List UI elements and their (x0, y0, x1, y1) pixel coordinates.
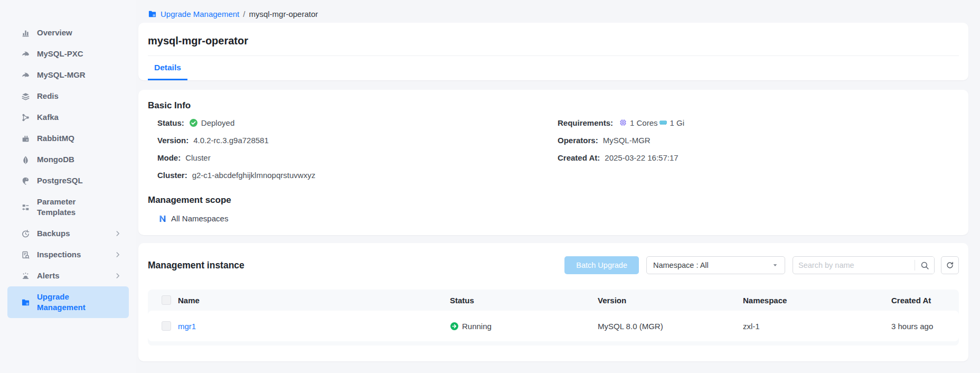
instance-created-at-cell: 3 hours ago (891, 322, 959, 331)
main-content: Upgrade Management / mysql-mgr-operator … (136, 0, 980, 373)
header-checkbox-cell (148, 295, 178, 305)
search-input[interactable] (793, 261, 915, 269)
search-icon[interactable] (915, 257, 934, 274)
sidebar-item-label: Parameter Templates (37, 197, 105, 218)
created-at-value: 2025-03-22 16:57:17 (605, 153, 678, 162)
sidebar-item-label: MongoDB (37, 154, 74, 165)
requirements-label: Requirements: (558, 118, 613, 127)
table-row: mgr1 Running MySQL 8.0 (MGR) zxl-1 3 hou… (148, 311, 959, 341)
breadcrumb-separator: / (243, 10, 245, 18)
requirements-row: Requirements: 1 Cores 1 Gi (558, 117, 959, 128)
column-header-name: Name (178, 296, 450, 305)
title-card: mysql-mgr-operator Details (138, 23, 968, 80)
basic-info-heading: Basic Info (148, 99, 959, 112)
operators-value: MySQL-MGR (603, 136, 651, 145)
mode-value: Cluster (185, 153, 211, 162)
sidebar-item-mysql-mgr[interactable]: MySQL-MGR (7, 64, 129, 86)
sidebar-item-label: Backups (37, 228, 70, 239)
sidebar-item-label: Kafka (37, 112, 59, 123)
instance-status-value: Running (462, 322, 492, 331)
sidebar-item-label: PostgreSQL (37, 175, 83, 186)
basic-info-left-column: Status: Deployed Version: 4.0.2-rc.3.g9a… (157, 117, 558, 186)
version-row: Version: 4.0.2-rc.3.g9a728581 (157, 134, 558, 146)
sidebar-item-redis[interactable]: Redis (7, 86, 129, 107)
mode-row: Mode: Cluster (157, 152, 558, 163)
basic-info-grid: Status: Deployed Version: 4.0.2-rc.3.g9a… (148, 117, 959, 186)
column-header-version: Version (598, 296, 743, 305)
sidebar-item-label: MySQL-MGR (37, 70, 86, 80)
column-header-status: Status (450, 296, 598, 305)
sidebar-item-alerts[interactable]: Alerts (7, 265, 129, 286)
refresh-button[interactable] (941, 256, 959, 274)
layers-icon (21, 92, 30, 101)
rabbitmq-icon (21, 134, 30, 143)
sidebar-item-postgresql[interactable]: PostgreSQL (7, 170, 129, 191)
management-instance-heading: Management instance (148, 259, 564, 272)
toolbar: Batch Upgrade Namespace : All (564, 256, 959, 274)
sidebar-item-backups[interactable]: Backups (7, 223, 129, 244)
sidebar-item-mongodb[interactable]: MongoDB (7, 149, 129, 170)
instance-namespace-cell: zxl-1 (743, 322, 891, 331)
cluster-value: g2-c1-abcdefghijklmnopqrstuvwxyz (192, 171, 315, 180)
dolphin-icon (21, 50, 30, 59)
nodes-icon (21, 113, 30, 122)
sidebar-item-kafka[interactable]: Kafka (7, 107, 129, 128)
cluster-label: Cluster: (157, 171, 187, 180)
table-header-row: Name Status Version Namespace Created At (148, 290, 959, 311)
alarm-icon (21, 272, 30, 281)
namespace-n-icon (158, 215, 167, 223)
running-arrow-icon (450, 322, 459, 331)
cpu-icon (619, 118, 627, 127)
management-instance-card: Management instance Batch Upgrade Namesp… (138, 243, 968, 361)
batch-upgrade-button[interactable]: Batch Upgrade (564, 256, 639, 274)
sidebar-item-label: Inspections (37, 249, 81, 260)
sidebar-item-mysql-pxc[interactable]: MySQL-PXC (7, 43, 129, 64)
tab-details[interactable]: Details (148, 56, 187, 80)
chevron-right-icon (114, 230, 121, 237)
bar-chart-icon (21, 29, 30, 38)
leaf-icon (21, 155, 30, 164)
sidebar-item-rabbitmq[interactable]: RabbitMQ (7, 128, 129, 149)
namespace-scope-label: All Namespaces (171, 214, 228, 223)
sidebar-item-label: MySQL-PXC (37, 49, 83, 59)
chevron-right-icon (114, 251, 121, 258)
memory-icon (659, 118, 667, 127)
restore-icon (21, 229, 30, 238)
basic-info-right-column: Requirements: 1 Cores 1 Gi Operators: My… (558, 117, 959, 186)
sidebar-item-parameter-templates[interactable]: Parameter Templates (7, 191, 129, 223)
breadcrumb-root-link[interactable]: Upgrade Management (161, 10, 239, 18)
operators-label: Operators: (558, 136, 598, 145)
memory-value: 1 Gi (670, 118, 685, 127)
column-header-namespace: Namespace (743, 296, 891, 305)
row-checkbox-cell (148, 321, 178, 331)
status-row: Status: Deployed (157, 117, 558, 128)
sidebar-item-upgrade-management[interactable]: Upgrade Management (7, 286, 129, 318)
sidebar: Overview MySQL-PXC MySQL-MGR Redis Kafka… (0, 0, 136, 373)
operators-row: Operators: MySQL-MGR (558, 134, 959, 146)
cluster-row: Cluster: g2-c1-abcdefghijklmnopqrstuvwxy… (157, 169, 558, 181)
row-checkbox[interactable] (162, 321, 171, 331)
folder-gear-icon (148, 10, 157, 18)
chevron-right-icon (114, 272, 121, 279)
folder-gear-icon (21, 298, 30, 307)
page-title: mysql-mgr-operator (138, 23, 968, 48)
sidebar-item-label: Redis (37, 91, 59, 101)
status-value: Deployed (201, 118, 234, 127)
elephant-icon (21, 176, 30, 185)
sidebar-item-overview[interactable]: Overview (7, 22, 129, 43)
select-all-checkbox[interactable] (162, 295, 171, 305)
management-instance-header: Management instance Batch Upgrade Namesp… (148, 256, 959, 274)
sidebar-item-label: Upgrade Management (37, 292, 105, 313)
template-icon (21, 203, 30, 212)
namespace-filter-select[interactable]: Namespace : All (646, 256, 785, 274)
column-header-created-at: Created At (891, 296, 959, 305)
instance-version-cell: MySQL 8.0 (MGR) (598, 322, 743, 331)
basic-info-card: Basic Info Status: Deployed Version: 4.0… (138, 90, 968, 235)
instance-name-link[interactable]: mgr1 (178, 322, 196, 331)
instance-status-cell: Running (450, 322, 598, 331)
breadcrumb-current: mysql-mgr-operator (249, 10, 318, 18)
sidebar-item-inspections[interactable]: Inspections (7, 244, 129, 265)
created-at-label: Created At: (558, 153, 600, 162)
tab-bar: Details (138, 56, 968, 80)
mode-label: Mode: (157, 153, 181, 162)
